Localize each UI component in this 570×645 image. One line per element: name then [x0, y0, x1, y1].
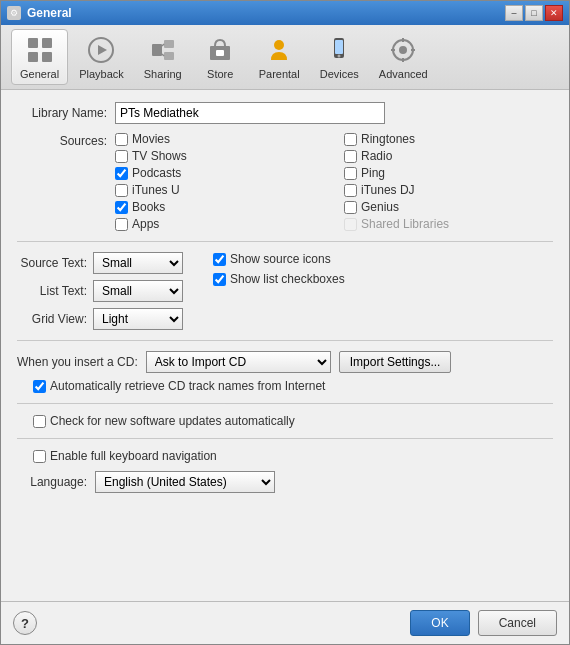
show-list-checkboxes-label[interactable]: Show list checkboxes — [230, 272, 345, 286]
playback-tab-icon — [85, 34, 117, 66]
devices-tab-icon — [323, 34, 355, 66]
tab-playback[interactable]: Playback — [70, 29, 133, 85]
tab-advanced[interactable]: Advanced — [370, 29, 437, 85]
itunesdj-label[interactable]: iTunes DJ — [361, 183, 415, 197]
language-select[interactable]: English (United States) German French Sp… — [95, 471, 275, 493]
close-button[interactable]: ✕ — [545, 5, 563, 21]
movies-checkbox[interactable] — [115, 133, 128, 146]
apps-label[interactable]: Apps — [132, 217, 159, 231]
help-button[interactable]: ? — [13, 611, 37, 635]
itunesdj-checkbox[interactable] — [344, 184, 357, 197]
ringtones-checkbox-item: Ringtones — [344, 132, 553, 146]
auto-retrieve-checkbox[interactable] — [33, 380, 46, 393]
grid-view-row: Grid View: Light Dark — [17, 308, 183, 330]
keyboard-nav-row: Enable full keyboard navigation — [17, 449, 553, 463]
advanced-tab-icon — [387, 34, 419, 66]
tab-general-label: General — [20, 68, 59, 80]
separator-3 — [17, 403, 553, 404]
podcasts-label[interactable]: Podcasts — [132, 166, 181, 180]
maximize-button[interactable]: □ — [525, 5, 543, 21]
store-tab-icon — [204, 34, 236, 66]
check-updates-row: Check for new software updates automatic… — [17, 414, 553, 428]
radio-label[interactable]: Radio — [361, 149, 392, 163]
tvshows-checkbox[interactable] — [115, 150, 128, 163]
auto-retrieve-label[interactable]: Automatically retrieve CD track names fr… — [50, 379, 325, 393]
tab-parental[interactable]: Parental — [250, 29, 309, 85]
genius-checkbox[interactable] — [344, 201, 357, 214]
svg-marker-5 — [98, 45, 107, 55]
sources-label: Sources: — [17, 132, 107, 231]
show-list-checkboxes-checkbox[interactable] — [213, 273, 226, 286]
tab-sharing[interactable]: Sharing — [135, 29, 191, 85]
ping-checkbox[interactable] — [344, 167, 357, 180]
tab-playback-label: Playback — [79, 68, 124, 80]
movies-label[interactable]: Movies — [132, 132, 170, 146]
cd-section: When you insert a CD: Ask to Import CD I… — [17, 351, 553, 393]
tab-general[interactable]: General — [11, 29, 68, 85]
source-text-select[interactable]: Small Medium Large — [93, 252, 183, 274]
ringtones-checkbox[interactable] — [344, 133, 357, 146]
ping-checkbox-item: Ping — [344, 166, 553, 180]
library-name-label: Library Name: — [17, 106, 107, 120]
itunesu-checkbox[interactable] — [115, 184, 128, 197]
genius-checkbox-item: Genius — [344, 200, 553, 214]
keyboard-nav-label[interactable]: Enable full keyboard navigation — [50, 449, 217, 463]
sources-grid: Movies Ringtones TV Shows Radio Podcasts — [115, 132, 553, 231]
ping-label[interactable]: Ping — [361, 166, 385, 180]
tab-advanced-label: Advanced — [379, 68, 428, 80]
books-checkbox[interactable] — [115, 201, 128, 214]
svg-rect-6 — [152, 44, 162, 56]
books-label[interactable]: Books — [132, 200, 165, 214]
svg-rect-7 — [164, 40, 174, 48]
sources-section: Sources: Movies Ringtones TV Shows Radio — [17, 132, 553, 231]
tab-store[interactable]: Store — [193, 29, 248, 85]
svg-rect-0 — [28, 38, 38, 48]
ringtones-label[interactable]: Ringtones — [361, 132, 415, 146]
check-updates-label[interactable]: Check for new software updates automatic… — [50, 414, 295, 428]
source-text-row: Source Text: Small Medium Large — [17, 252, 183, 274]
apps-checkbox-item: Apps — [115, 217, 324, 231]
language-label: Language: — [17, 475, 87, 489]
radio-checkbox-item: Radio — [344, 149, 553, 163]
import-settings-button[interactable]: Import Settings... — [339, 351, 452, 373]
source-text-label: Source Text: — [17, 256, 87, 270]
minimize-button[interactable]: – — [505, 5, 523, 21]
itunesu-label[interactable]: iTunes U — [132, 183, 180, 197]
svg-rect-8 — [164, 52, 174, 60]
podcasts-checkbox[interactable] — [115, 167, 128, 180]
genius-label[interactable]: Genius — [361, 200, 399, 214]
list-text-label: List Text: — [17, 284, 87, 298]
itunesdj-checkbox-item: iTunes DJ — [344, 183, 553, 197]
svg-rect-12 — [216, 50, 224, 56]
tab-devices-label: Devices — [320, 68, 359, 80]
svg-line-10 — [162, 54, 164, 56]
footer: ? OK Cancel — [1, 601, 569, 644]
tab-devices[interactable]: Devices — [311, 29, 368, 85]
sharedlibs-checkbox-item: Shared Libraries — [344, 217, 553, 231]
main-window: ⚙ General – □ ✕ General — [0, 0, 570, 645]
cancel-button[interactable]: Cancel — [478, 610, 557, 636]
cd-action-select[interactable]: Ask to Import CD Import CD Import CD and… — [146, 351, 331, 373]
grid-view-select[interactable]: Light Dark — [93, 308, 183, 330]
parental-tab-icon — [263, 34, 295, 66]
language-row: Language: English (United States) German… — [17, 471, 553, 493]
separator-2 — [17, 340, 553, 341]
show-source-icons-label[interactable]: Show source icons — [230, 252, 331, 266]
ok-button[interactable]: OK — [410, 610, 469, 636]
tvshows-label[interactable]: TV Shows — [132, 149, 187, 163]
tab-store-label: Store — [207, 68, 233, 80]
title-buttons: – □ ✕ — [505, 5, 563, 21]
window-title: General — [27, 6, 72, 20]
svg-rect-1 — [42, 38, 52, 48]
auto-retrieve-row: Automatically retrieve CD track names fr… — [33, 379, 553, 393]
radio-checkbox[interactable] — [344, 150, 357, 163]
list-text-select[interactable]: Small Medium Large — [93, 280, 183, 302]
library-name-input[interactable] — [115, 102, 385, 124]
apps-checkbox[interactable] — [115, 218, 128, 231]
check-updates-checkbox[interactable] — [33, 415, 46, 428]
tab-sharing-label: Sharing — [144, 68, 182, 80]
show-list-checkboxes-row: Show list checkboxes — [213, 272, 345, 286]
show-source-icons-checkbox[interactable] — [213, 253, 226, 266]
svg-rect-15 — [335, 40, 343, 54]
keyboard-nav-checkbox[interactable] — [33, 450, 46, 463]
